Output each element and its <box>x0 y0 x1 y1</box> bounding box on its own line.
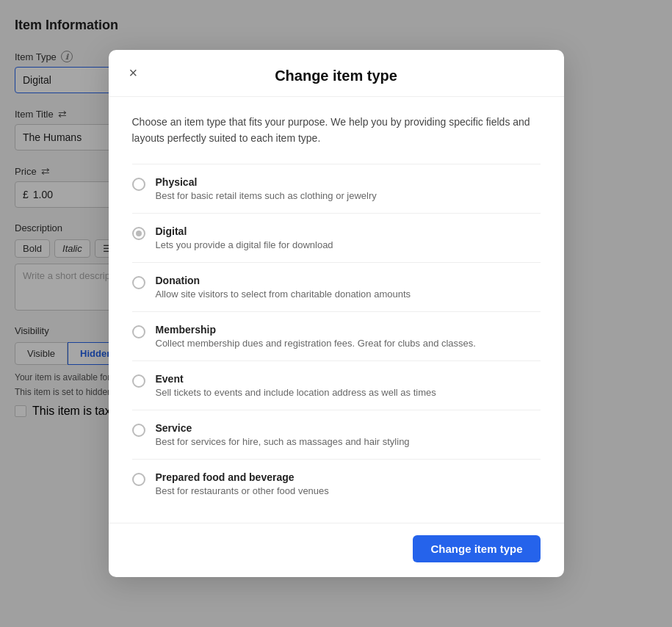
option-event-desc: Sell tickets to events and include locat… <box>156 387 436 398</box>
option-prepared-food-content: Prepared food and beverage Best for rest… <box>156 471 329 496</box>
option-prepared-food[interactable]: Prepared food and beverage Best for rest… <box>132 460 541 508</box>
radio-prepared-food[interactable] <box>132 473 145 486</box>
modal-description: Choose an item type that fits your purpo… <box>132 115 541 146</box>
option-prepared-food-desc: Best for restaurants or other food venue… <box>156 485 329 496</box>
option-donation-desc: Allow site visitors to select from chari… <box>156 289 411 300</box>
option-event-label: Event <box>156 373 436 385</box>
option-service[interactable]: Service Best for services for hire, such… <box>132 410 541 460</box>
option-donation-label: Donation <box>156 275 411 286</box>
radio-physical[interactable] <box>132 178 145 191</box>
option-membership-content: Membership Collect membership dues and r… <box>156 324 476 349</box>
option-digital-label: Digital <box>156 225 333 237</box>
radio-event[interactable] <box>132 374 145 388</box>
option-membership[interactable]: Membership Collect membership dues and r… <box>132 312 541 361</box>
option-prepared-food-label: Prepared food and beverage <box>156 471 329 483</box>
option-donation-content: Donation Allow site visitors to select f… <box>156 275 411 300</box>
option-physical-label: Physical <box>156 176 377 188</box>
modal-title: Change item type <box>275 68 397 84</box>
option-service-content: Service Best for services for hire, such… <box>156 422 410 447</box>
option-donation[interactable]: Donation Allow site visitors to select f… <box>132 263 541 312</box>
radio-membership[interactable] <box>132 325 145 338</box>
option-physical-desc: Best for basic retail items such as clot… <box>156 190 377 201</box>
radio-digital[interactable] <box>132 227 145 240</box>
radio-donation[interactable] <box>132 276 145 289</box>
option-digital[interactable]: Digital Lets you provide a digital file … <box>132 214 541 263</box>
radio-service[interactable] <box>132 424 145 437</box>
option-service-label: Service <box>156 422 410 434</box>
option-event[interactable]: Event Sell tickets to events and include… <box>132 361 541 410</box>
option-digital-content: Digital Lets you provide a digital file … <box>156 225 333 250</box>
option-physical-content: Physical Best for basic retail items suc… <box>156 176 377 201</box>
modal-body: Choose an item type that fits your purpo… <box>109 97 564 523</box>
option-service-desc: Best for services for hire, such as mass… <box>156 436 410 447</box>
modal-close-button[interactable]: × <box>126 62 141 83</box>
option-membership-desc: Collect membership dues and registration… <box>156 338 476 349</box>
option-membership-label: Membership <box>156 324 476 336</box>
option-physical[interactable]: Physical Best for basic retail items suc… <box>132 164 541 214</box>
option-digital-desc: Lets you provide a digital file for down… <box>156 239 333 250</box>
modal-overlay: × Change item type Choose an item type t… <box>0 0 672 627</box>
option-event-content: Event Sell tickets to events and include… <box>156 373 436 398</box>
modal-header: × Change item type <box>109 50 564 97</box>
modal-footer: Change item type <box>109 523 564 577</box>
modal: × Change item type Choose an item type t… <box>109 50 564 577</box>
change-item-type-button[interactable]: Change item type <box>413 535 540 562</box>
